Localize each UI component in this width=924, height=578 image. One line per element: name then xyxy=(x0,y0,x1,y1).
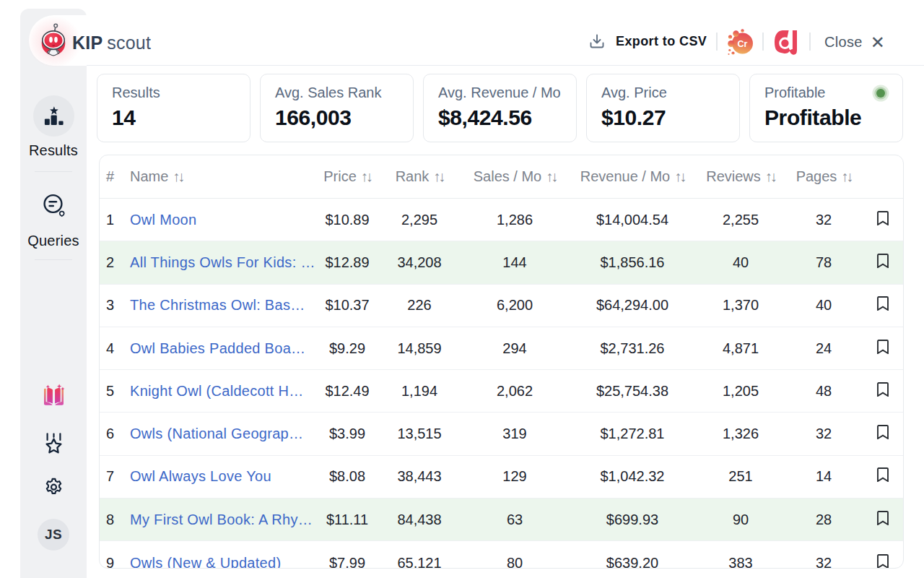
svg-text:Cr: Cr xyxy=(738,39,748,49)
